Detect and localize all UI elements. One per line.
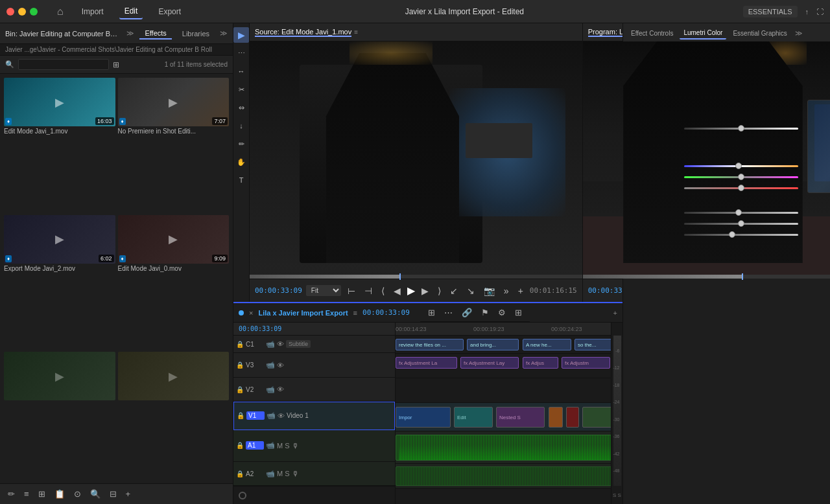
video-clip[interactable]: Impor [396,407,451,428]
new-item-icon[interactable]: ✏ [5,488,18,500]
fullscreen-icon[interactable]: ⛶ [816,8,824,16]
bin-expand-icon[interactable]: ≫ [126,29,134,38]
list-item[interactable]: ▶ 7:07 ♦ No Premiere in Shot Editi... [118,78,230,212]
track-video-icon[interactable]: 📹 [266,361,275,369]
extra-btn[interactable]: » [501,284,512,297]
list-item[interactable]: ▶ 6:02 ♦ Export Mode Javi_2.mov [4,215,115,350]
new-bin-icon[interactable]: + [123,488,134,500]
subtitle-clip[interactable]: A new he... [523,339,571,350]
list-item[interactable]: ▶ [118,352,230,479]
share-icon[interactable]: ↑ [805,8,809,16]
nav-import[interactable]: Import [77,5,109,19]
adj-clip[interactable]: fx Adjustment Lay [460,357,519,369]
panel-close-icon[interactable]: ≫ [795,29,803,38]
step-back-icon[interactable]: ⟨ [379,284,387,297]
home-icon[interactable]: ⌂ [57,6,64,17]
icon-view-icon[interactable]: ⊞ [36,488,48,500]
video-clip[interactable]: Edit [454,407,493,428]
track-solo-icon[interactable]: S [285,470,289,477]
minimize-window-button[interactable] [18,8,26,16]
program-playbar[interactable] [583,275,830,279]
tab-effects[interactable]: Effects [139,28,171,40]
track-lock-icon[interactable]: 🔒 [236,442,244,449]
nav-edit[interactable]: Edit [119,4,143,19]
audio-clip[interactable] [396,435,611,461]
step-fwd-icon[interactable]: ▶ [419,284,431,297]
track-mute-icon[interactable]: M [277,442,283,450]
track-video-icon[interactable]: 📹 [267,411,276,420]
source-monitor-menu-icon[interactable]: ≡ [354,29,358,36]
tab-lumetri-color[interactable]: Lumetri Color [680,27,726,40]
subtitle-clip[interactable]: review the files on ... [396,339,464,350]
close-sequence-icon[interactable]: × [249,309,253,317]
snap-icon[interactable]: ⊞ [425,306,438,319]
list-item[interactable]: ▶ 9:09 ♦ Edit Mode Javi_0.mov [118,215,230,350]
razor-tool-button[interactable]: ✂ [233,82,249,97]
timeline-scroll-circle[interactable] [239,492,246,499]
slip-tool-button[interactable]: ⇔ [233,100,249,115]
mark-in-icon[interactable]: ⊢ [345,284,358,297]
highlights-slider[interactable] [684,234,798,236]
mark-out-icon[interactable]: ⊣ [362,284,375,297]
bin-icon-button[interactable]: ⊞ [113,60,119,69]
slide-tool-button[interactable]: ↓ [233,118,249,133]
tab-libraries[interactable]: Libraries [177,29,215,39]
maximize-window-button[interactable] [30,8,38,16]
camera-icon[interactable]: 📷 [481,284,497,297]
rate-stretch-button[interactable]: ↔ [233,63,249,79]
automate-icon[interactable]: ⊙ [71,488,84,500]
overwrite-icon[interactable]: ↘ [464,284,477,297]
insert-icon[interactable]: ↙ [447,284,460,297]
tint-slider[interactable] [684,176,798,178]
track-lock-icon[interactable]: 🔒 [236,386,244,393]
ripple-edit-icon[interactable]: ⋯ [442,306,455,319]
tab-essential-graphics[interactable]: Essential Graphics [729,28,790,39]
list-view-icon[interactable]: ≡ [21,488,32,500]
add-icon[interactable]: + [516,284,526,297]
intensity-slider[interactable] [684,128,798,130]
timeline-menu-icon[interactable]: ≡ [353,309,357,317]
linked-selection-icon[interactable]: 🔗 [459,306,475,319]
track-eye-icon[interactable]: 👁 [277,385,284,393]
temperature-slider[interactable] [684,165,798,167]
track-video-icon[interactable]: 📹 [266,340,275,349]
track-lock-icon[interactable]: 🔒 [236,361,244,369]
markers-icon[interactable]: ⚑ [479,306,492,319]
track-video-icon[interactable]: 📹 [266,385,275,394]
source-monitor-title[interactable]: Source: Edit Mode Javi_1.mov [255,28,351,37]
subtitle-clip[interactable]: and bring... [467,339,519,350]
track-audio-icon[interactable]: 📹 [266,441,275,450]
contrast-slider[interactable] [684,223,798,225]
track-lock-icon[interactable]: 🔒 [237,412,244,419]
adj-clip[interactable]: fx Adjustm [562,357,610,369]
pen-tool-button[interactable]: ✏ [233,136,249,152]
bin-search-input[interactable] [18,59,109,70]
audio-clip[interactable] [396,466,611,486]
ripple-tool-button[interactable]: ⋯ [233,45,249,61]
video-clip[interactable] [582,407,611,428]
track-audio-icon[interactable]: 📹 [266,470,275,478]
exposure-slider[interactable] [684,212,798,214]
track-lock-icon[interactable]: 🔒 [236,341,244,348]
add-track-icon[interactable]: ⊞ [512,306,525,319]
play-button[interactable]: ▶ [407,284,415,297]
essentials-button[interactable]: ESSENTIALS [743,6,798,17]
saturation-slider[interactable] [684,187,798,189]
hand-tool-button[interactable]: ✋ [233,154,249,170]
video-clip[interactable] [566,407,579,428]
track-eye-icon[interactable]: 👁 [278,412,285,420]
close-window-button[interactable] [6,8,14,16]
adj-clip[interactable]: fx Adjustment La [396,357,457,369]
panel-close-icon[interactable]: ≫ [220,29,228,38]
track-mute-icon[interactable]: M [277,470,283,477]
list-item[interactable]: ▶ [4,352,115,479]
track-solo-icon[interactable]: S [285,442,289,450]
video-clip[interactable] [549,407,563,428]
timeline-tracks-content[interactable]: 00:00:14:23 00:00:19:23 00:00:24:23 00:0… [396,323,611,504]
adj-clip[interactable]: fx Adjus [523,357,558,369]
source-fit-select[interactable]: Fit25%50%75%100% [306,285,341,296]
mark-clip-icon[interactable]: ⟩ [435,284,444,297]
freeform-view-icon[interactable]: 📋 [52,488,67,500]
video-clip[interactable]: Nested S [496,407,545,428]
bin-settings-icon[interactable]: ⊟ [107,488,119,500]
